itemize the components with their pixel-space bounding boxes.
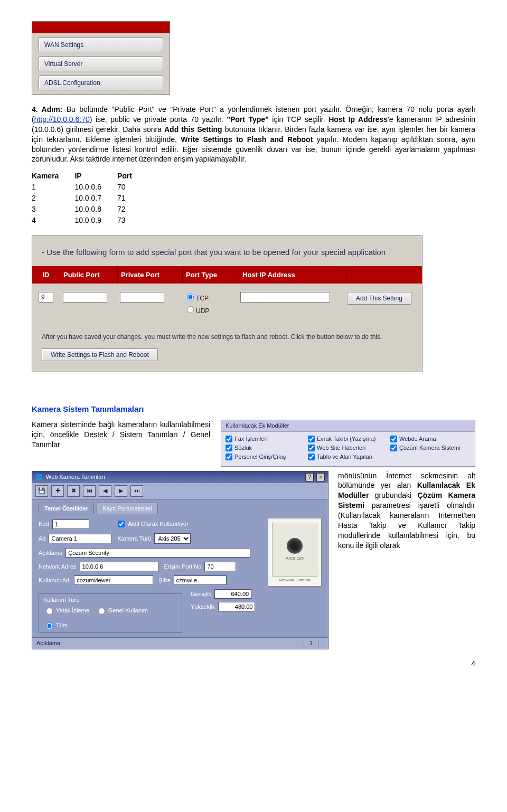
wk-statusbar: Açıklama 1 xyxy=(32,637,328,649)
camera-preview: AXIS 205 Network Camera xyxy=(268,518,322,587)
naddr-label: Network Adres xyxy=(39,563,77,571)
mod-webde-arama[interactable]: Webde Arama xyxy=(390,435,471,443)
camera-ip-table: Kamera IP Port 110.0.0.670 210.0.0.771 3… xyxy=(32,171,148,225)
menu-wan-settings[interactable]: WAN Settings xyxy=(39,37,163,52)
kullanim-title: Kullanım Türü xyxy=(43,596,177,604)
mod-cozum-kamera[interactable]: Çözüm Kamera Sistemi xyxy=(390,444,471,452)
step4-lead: 4. Adım: xyxy=(32,105,62,114)
web-kamera-window: 🌐 Web Kamera Tanımları ? × 💾 ✚ ✖ ⏮ ◀ ▶ ⏭… xyxy=(32,471,328,650)
mod-sozluk[interactable]: Sözlük xyxy=(226,444,306,452)
wk-title: Web Kamera Tanımları xyxy=(46,473,301,481)
radio-tcp[interactable] xyxy=(187,294,194,300)
aciklama-label: Açıklama xyxy=(39,549,62,557)
section-heading-kamera-sistem: Kamera Sistem Tanımlamaları xyxy=(32,404,475,414)
close-icon[interactable]: × xyxy=(316,473,325,481)
vs-hint-text: - Use the following form to add special … xyxy=(32,236,422,266)
kullanim-turu-box: Kullanım Türü Yatak İzleme Genel Kullanı… xyxy=(39,593,182,633)
col-action xyxy=(346,266,422,284)
kod-label: Kod xyxy=(39,520,49,528)
mod-empty xyxy=(390,453,471,461)
nav-prev-icon[interactable]: ◀ xyxy=(99,485,111,497)
th-kamera: Kamera xyxy=(32,171,74,182)
pass-label: Şifre xyxy=(158,577,171,584)
mod-tablo-alan[interactable]: Tablo ve Alan Yapıları xyxy=(308,453,388,461)
nav-last-icon[interactable]: ⏭ xyxy=(130,485,143,497)
col-id: ID xyxy=(32,266,60,284)
vs-footer-text: After you have saved your changes, you m… xyxy=(42,333,412,341)
page-number: 4 xyxy=(32,659,475,669)
port-input[interactable] xyxy=(204,562,236,571)
section2-left-text: Kamera sisteminde bağlı kameraların kull… xyxy=(32,420,210,450)
radio-udp[interactable] xyxy=(187,306,194,313)
new-icon[interactable]: ✚ xyxy=(51,485,64,497)
status-count: 1 xyxy=(309,639,318,647)
user-label: Kullanıcı Adı xyxy=(39,577,71,584)
wk-tabs: Temel Özellikler Kayıt Parametreleri xyxy=(32,499,328,514)
nav-first-icon[interactable]: ⏮ xyxy=(83,485,96,497)
gen-input[interactable] xyxy=(214,589,251,599)
camera-lens-icon xyxy=(287,538,303,554)
globe-icon: 🌐 xyxy=(35,473,43,481)
mod-evrak[interactable]: Evrak Takibi (Yazışma) xyxy=(308,435,388,443)
vs-input-row: TCP UDP Add This Setting xyxy=(32,284,422,325)
menu-adsl-config[interactable]: ADSL Configuration xyxy=(39,75,163,90)
menu-virtual-server[interactable]: Virtual Server xyxy=(39,56,163,71)
example-url-link[interactable]: http://10.0.0.6:70 xyxy=(34,115,90,124)
table-row: 410.0.0.973 xyxy=(32,215,148,226)
wk-titlebar: 🌐 Web Kamera Tanımları ? × xyxy=(32,471,328,483)
table-row: 110.0.0.670 xyxy=(32,182,148,193)
aciklama-input[interactable] xyxy=(65,548,250,558)
id-input[interactable] xyxy=(39,292,53,303)
add-this-setting-button[interactable]: Add This Setting xyxy=(347,292,411,305)
port-label: Erişim Port No xyxy=(164,563,202,571)
opt-yatak[interactable]: Yatak İzleme xyxy=(43,606,89,615)
col-host-ip: Host IP Address xyxy=(239,266,346,284)
opt-genel[interactable]: Genel Kullanım xyxy=(96,606,148,615)
paragraph-step4: 4. Adım: Bu bölümde "Public Port" ve "Pr… xyxy=(32,105,475,164)
naddr-input[interactable] xyxy=(80,562,159,571)
turu-label: Kamera Türü xyxy=(117,535,151,543)
private-port-input[interactable] xyxy=(120,292,164,303)
ek-moduller-panel: Kullanılacak Ek Modüller Fax İşlemleri E… xyxy=(221,420,475,466)
delete-icon[interactable]: ✖ xyxy=(67,485,80,497)
aktif-label: Aktif Olarak Kullanılıyor xyxy=(128,520,189,528)
public-port-input[interactable] xyxy=(63,292,107,303)
table-row: 210.0.0.771 xyxy=(32,193,148,204)
col-private-port: Private Port xyxy=(118,266,183,284)
ad-label: Ad xyxy=(39,535,45,543)
th-ip: IP xyxy=(74,171,117,182)
vs-header-row: ID Public Port Private Port Port Type Ho… xyxy=(32,266,422,284)
opt-tum[interactable]: Tüm xyxy=(43,621,68,629)
tab-temel[interactable]: Temel Özellikler xyxy=(39,503,94,514)
col-port-type: Port Type xyxy=(183,266,239,284)
ad-input[interactable] xyxy=(49,534,112,543)
turu-select[interactable]: Axis 205 xyxy=(154,533,191,544)
mod-personel[interactable]: Personel Giriş/Çıkış xyxy=(226,453,306,461)
tab-kayit[interactable]: Kayıt Parametreleri xyxy=(97,503,158,514)
col-public-port: Public Port xyxy=(60,266,118,284)
right-text-block: mönüsünün İnternet sekmesinin alt bölümü… xyxy=(338,471,475,551)
write-settings-reboot-button[interactable]: Write Settings to Flash and Reboot xyxy=(42,348,158,361)
nav-next-icon[interactable]: ▶ xyxy=(115,485,127,497)
pass-input[interactable] xyxy=(174,575,227,585)
wk-toolbar: 💾 ✚ ✖ ⏮ ◀ ▶ ⏭ xyxy=(32,483,328,499)
host-ip-input[interactable] xyxy=(240,292,330,303)
menu-header-bar xyxy=(32,22,170,33)
yuk-input[interactable] xyxy=(218,602,255,611)
mod-fax[interactable]: Fax İşlemleri xyxy=(226,435,306,443)
radio-tcp-label[interactable]: TCP xyxy=(184,292,234,303)
mod-web-haber[interactable]: Web Site Haberleri xyxy=(308,444,388,452)
router-menu-panel: WAN Settings Virtual Server ADSL Configu… xyxy=(32,21,170,95)
radio-udp-label[interactable]: UDP xyxy=(184,305,234,315)
virtual-server-panel: - Use the following form to add special … xyxy=(32,235,422,372)
user-input[interactable] xyxy=(74,575,153,585)
aktif-checkbox[interactable] xyxy=(118,521,125,527)
gen-label: Genişlik xyxy=(191,590,211,598)
ek-moduller-title: Kullanılacak Ek Modüller xyxy=(221,420,475,432)
th-port: Port xyxy=(117,171,148,182)
help-icon[interactable]: ? xyxy=(305,473,314,481)
kod-input[interactable] xyxy=(52,520,89,529)
status-label: Açıklama xyxy=(36,639,304,647)
save-icon[interactable]: 💾 xyxy=(35,485,48,497)
table-row: 310.0.0.872 xyxy=(32,204,148,215)
